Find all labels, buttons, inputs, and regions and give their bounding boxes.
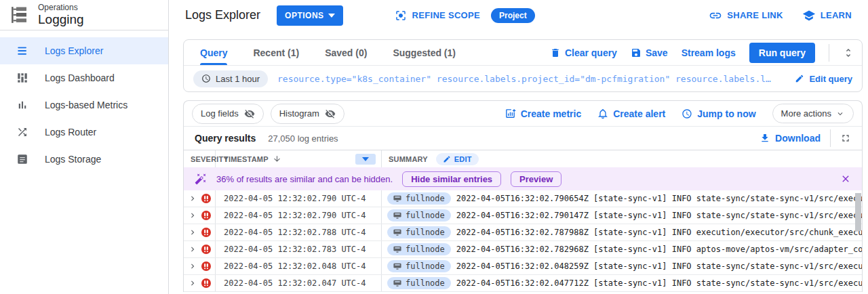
log-summary-text: 2022-04-05T16:32:02.787988Z [state-sync-… [456,228,862,237]
create-alert-button[interactable]: Create alert [597,108,665,119]
logging-logo-icon [9,5,30,25]
tab-saved[interactable]: Saved (0) [325,40,367,65]
resource-chip[interactable]: fullnode [387,192,451,205]
download-button[interactable]: Download [760,133,821,144]
resource-chip[interactable]: fullnode [387,260,451,272]
more-actions-button[interactable]: More actions [772,104,854,123]
sidebar-item-logs-explorer[interactable]: Logs Explorer [0,37,168,64]
divider [830,129,831,147]
resource-chip-label: fullnode [406,245,445,254]
query-panel: Query Recent (1) Saved (0) Suggested (1)… [183,39,863,92]
expand-chevron-icon[interactable] [188,245,197,254]
expand-chevron-icon[interactable] [188,278,197,288]
column-timestamp[interactable]: TIMESTAMP [216,150,382,167]
resource-chip[interactable]: fullnode [387,277,451,289]
magic-wand-icon [195,173,207,185]
eye-off-icon [244,108,255,119]
more-actions-label: More actions [781,108,831,119]
query-text-input[interactable]: resource.type="k8s_container" resource.l… [277,74,785,84]
sidebar-nav: Logs Explorer Logs Dashboard Logs-based … [0,30,168,173]
sidebar-item-logs-dashboard[interactable]: Logs Dashboard [0,64,168,91]
jump-to-now-button[interactable]: Jump to now [682,108,755,119]
resource-chip[interactable]: fullnode [387,226,451,238]
container-icon [393,212,401,219]
query-tabs: Query Recent (1) Saved (0) Suggested (1) [200,40,456,65]
hide-similar-entries-button[interactable]: Hide similar entries [402,171,501,187]
error-severity-icon [201,278,211,288]
log-timestamp: 2022-04-05 12:32:02.783 UTC-4 [216,241,382,257]
query-input-row: Last 1 hour resource.type="k8s_container… [184,66,862,91]
tab-label: Suggested (1) [393,47,456,58]
histogram-label: Histogram [279,108,319,119]
edit-summary-button[interactable]: EDIT [436,153,479,165]
save-label: Save [646,47,668,58]
container-icon [393,246,401,253]
log-row[interactable]: 2022-04-05 12:32:02.048 UTC-4 fullnode 2… [184,258,862,275]
share-link-button[interactable]: SHARE LINK [709,9,783,22]
log-row[interactable]: 2022-04-05 12:32:02.047 UTC-4 fullnode 2… [184,275,862,292]
tab-label: Recent (1) [253,47,299,58]
tab-recent[interactable]: Recent (1) [253,40,299,65]
save-button[interactable]: Save [631,47,668,58]
clear-query-button[interactable]: Clear query [550,47,617,58]
scrollbar-thumb[interactable] [855,193,861,231]
dashboard-blocks-icon [16,72,28,84]
error-severity-icon [201,228,211,237]
learn-label: LEARN [821,10,852,20]
expand-chevron-icon[interactable] [188,194,197,203]
resource-chip[interactable]: fullnode [387,209,451,222]
sidebar-item-logs-router[interactable]: Logs Router [0,119,168,146]
log-severity-cell [184,207,216,224]
log-row[interactable]: 2022-04-05 12:32:02.790 UTC-4 fullnode 2… [184,190,862,207]
log-summary-text: 2022-04-05T16:32:02.790147Z [state-sync-… [456,211,862,220]
tab-suggested[interactable]: Suggested (1) [393,40,456,65]
options-button[interactable]: OPTIONS [277,5,343,26]
expand-chevron-icon[interactable] [188,211,197,220]
create-alert-label: Create alert [613,108,665,119]
create-metric-button[interactable]: Create metric [505,108,582,119]
options-label: OPTIONS [285,11,324,20]
log-summary-cell: fullnode 2022-04-05T16:32:02.787988Z [st… [382,224,862,240]
create-metric-label: Create metric [521,108,582,119]
sidebar-item-label: Logs Dashboard [45,72,115,83]
unfold-panel-icon[interactable] [843,47,854,58]
run-query-button[interactable]: Run query [749,43,815,63]
expand-chevron-icon[interactable] [188,261,197,271]
resource-chip[interactable]: fullnode [387,243,451,255]
pencil-icon [795,74,804,83]
refine-scope-label: REFINE SCOPE [412,10,480,20]
log-timestamp: 2022-04-05 12:32:02.790 UTC-4 [216,190,382,207]
sidebar-item-label: Logs Storage [45,154,101,165]
scope-project-badge[interactable]: Project [491,8,535,23]
sidebar-item-logs-based-metrics[interactable]: Logs-based Metrics [0,91,168,119]
log-timestamp: 2022-04-05 12:32:02.047 UTC-4 [216,275,382,291]
sidebar-item-logs-storage[interactable]: Logs Storage [0,146,168,173]
error-severity-icon [201,245,211,254]
error-severity-icon [201,261,211,271]
banner-close-button[interactable] [840,173,851,184]
tab-query[interactable]: Query [200,40,227,65]
stream-logs-button[interactable]: Stream logs [682,47,736,58]
edit-query-button[interactable]: Edit query [795,74,852,84]
scope-focus-icon [395,9,407,22]
share-link-label: SHARE LINK [727,10,783,20]
log-fields-toggle[interactable]: Log fields [192,104,264,124]
refine-scope-button[interactable]: REFINE SCOPE [395,9,480,22]
histogram-toggle[interactable]: Histogram [271,104,344,124]
download-label: Download [775,133,821,144]
preview-button[interactable]: Preview [511,171,561,187]
fullscreen-icon[interactable] [840,133,851,144]
timestamp-dropdown-button[interactable] [355,154,376,165]
results-panel: Log fields Histogram Create metric Creat… [183,100,863,292]
log-row[interactable]: 2022-04-05 12:32:02.790 UTC-4 fullnode 2… [184,207,862,224]
expand-chevron-icon[interactable] [188,228,197,237]
container-icon [393,195,401,202]
results-bar-actions: Download [760,129,851,147]
log-timestamp: 2022-04-05 12:32:02.790 UTC-4 [216,207,382,224]
log-row[interactable]: 2022-04-05 12:32:02.788 UTC-4 fullnode 2… [184,224,862,241]
brand-section: Logging [38,12,84,27]
results-summary-bar: Query results 27,050 log entries Downloa… [184,127,862,150]
learn-button[interactable]: LEARN [802,9,852,22]
log-row[interactable]: 2022-04-05 12:32:02.783 UTC-4 fullnode 2… [184,241,862,258]
time-range-chip[interactable]: Last 1 hour [193,70,268,87]
